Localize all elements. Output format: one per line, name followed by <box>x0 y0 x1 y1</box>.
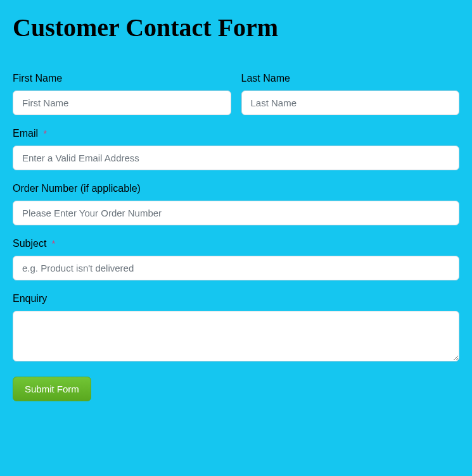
email-field: Email * <box>13 128 459 170</box>
contact-form: First Name Last Name Email * Order Numbe… <box>13 73 459 401</box>
enquiry-field: Enquiry <box>13 293 459 361</box>
order-number-field: Order Number (if applicable) <box>13 183 459 225</box>
order-number-label: Order Number (if applicable) <box>13 183 459 194</box>
email-label-text: Email <box>13 128 38 139</box>
enquiry-textarea[interactable] <box>13 311 459 361</box>
required-asterisk-icon: * <box>52 239 55 249</box>
last-name-label: Last Name <box>241 73 460 84</box>
required-asterisk-icon: * <box>43 128 46 139</box>
submit-button[interactable]: Submit Form <box>13 377 91 401</box>
first-name-field: First Name <box>13 73 231 115</box>
order-number-input[interactable] <box>13 201 459 225</box>
subject-field: Subject * <box>13 238 459 280</box>
first-name-label: First Name <box>13 73 231 84</box>
first-name-input[interactable] <box>13 91 231 115</box>
subject-input[interactable] <box>13 256 459 280</box>
last-name-field: Last Name <box>241 73 460 115</box>
contact-form-container: Customer Contact Form First Name Last Na… <box>0 0 472 476</box>
email-label: Email * <box>13 128 459 139</box>
email-input[interactable] <box>13 146 459 170</box>
subject-label: Subject * <box>13 238 459 249</box>
subject-label-text: Subject <box>13 238 46 249</box>
enquiry-label: Enquiry <box>13 293 459 304</box>
last-name-input[interactable] <box>241 91 460 115</box>
name-row: First Name Last Name <box>13 73 459 115</box>
page-title: Customer Contact Form <box>13 13 459 42</box>
